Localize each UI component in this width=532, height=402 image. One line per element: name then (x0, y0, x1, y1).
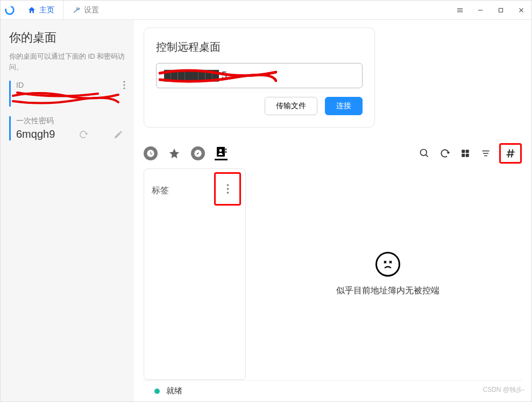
maximize-button[interactable] (491, 1, 511, 19)
recent-icon[interactable] (144, 146, 158, 160)
tags-label: 标签 (152, 185, 169, 196)
tags-more-button[interactable] (226, 184, 229, 194)
svg-point-4 (123, 84, 125, 86)
tab-settings-label: 设置 (84, 5, 99, 15)
main: 控制远程桌面 ████████ 5 传输文件 连接 (134, 20, 531, 401)
id-label: ID (16, 81, 24, 89)
tags-more-highlighted (214, 172, 241, 206)
titlebar: 主页 设置 (1, 1, 531, 20)
svg-rect-11 (466, 154, 469, 157)
svg-point-0 (6, 6, 14, 14)
empty-text: 似乎目前地址簿内无被控端 (336, 285, 439, 297)
svg-point-5 (123, 87, 125, 89)
minimize-button[interactable] (470, 1, 491, 19)
tags-panel: 标签 (144, 168, 246, 380)
svg-point-6 (421, 150, 427, 156)
otp-value: 6mqgh9 (16, 128, 55, 140)
home-icon (27, 6, 36, 15)
grid-view-icon[interactable] (458, 146, 472, 160)
sidebar-subtitle: 你的桌面可以通过下面的 ID 和密码访问。 (9, 51, 125, 72)
remote-id-value: ████████ 5 (164, 70, 227, 81)
transfer-file-button[interactable]: 传输文件 (265, 97, 317, 115)
hash-button-highlighted (499, 143, 522, 164)
status-dot (154, 389, 160, 394)
svg-rect-9 (466, 150, 469, 153)
connect-button[interactable]: 连接 (325, 97, 363, 115)
svg-point-3 (123, 81, 125, 82)
tab-settings[interactable]: 设置 (63, 1, 108, 19)
favorite-icon[interactable] (167, 146, 181, 160)
hash-icon[interactable] (503, 146, 518, 161)
tab-home[interactable]: 主页 (19, 1, 63, 19)
svg-line-18 (512, 150, 513, 158)
id-more-button[interactable] (123, 81, 125, 89)
otp-block: 一次性密码 6mqgh9 (9, 116, 125, 140)
status-bar: 就绪 (144, 380, 522, 401)
empty-face-icon (375, 252, 400, 277)
menu-button[interactable] (450, 1, 470, 19)
address-book-icon[interactable] (215, 146, 228, 160)
id-block: ID ████████ (9, 81, 125, 107)
tab-home-label: 主页 (39, 5, 54, 15)
wrench-icon (72, 6, 81, 15)
svg-rect-2 (499, 8, 503, 12)
otp-refresh-button[interactable] (76, 130, 90, 139)
empty-state: 似乎目前地址簿内无被控端 (253, 168, 522, 380)
svg-rect-10 (462, 154, 465, 157)
svg-point-20 (226, 188, 229, 190)
watermark: CSDN @独步- (483, 385, 524, 394)
otp-edit-button[interactable] (111, 130, 125, 139)
close-button[interactable] (511, 1, 531, 19)
search-icon[interactable] (417, 146, 431, 160)
discover-icon[interactable] (191, 146, 205, 160)
list-toolbar (144, 143, 522, 164)
status-text: 就绪 (166, 386, 182, 396)
remote-card: 控制远程桌面 ████████ 5 传输文件 连接 (144, 27, 375, 128)
id-value: ████████ (16, 93, 77, 105)
svg-point-21 (226, 192, 229, 194)
remote-title: 控制远程桌面 (156, 40, 363, 54)
sort-icon[interactable] (479, 146, 493, 160)
svg-line-17 (508, 150, 510, 158)
svg-point-19 (226, 184, 229, 186)
svg-line-7 (426, 155, 428, 157)
refresh-icon[interactable] (438, 146, 452, 160)
sidebar-title: 你的桌面 (9, 30, 125, 46)
remote-id-input[interactable]: ████████ 5 (156, 63, 363, 88)
sidebar: 你的桌面 你的桌面可以通过下面的 ID 和密码访问。 ID ████████ 一… (1, 20, 134, 401)
otp-label: 一次性密码 (16, 116, 54, 126)
app-logo (1, 1, 19, 19)
svg-rect-8 (462, 150, 465, 153)
